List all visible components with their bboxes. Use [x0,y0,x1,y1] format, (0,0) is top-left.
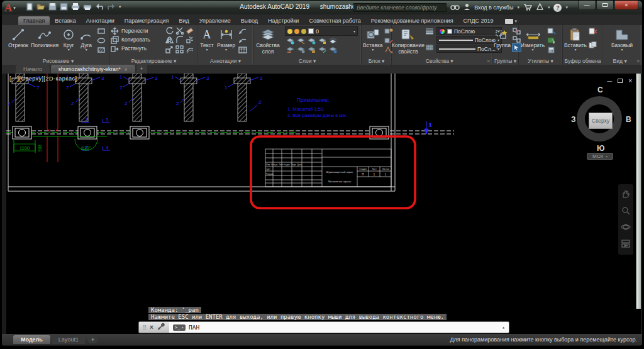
stretch-button[interactable]: Растянуть [110,44,147,53]
cad-drawing[interactable]: 3 7 2 1 3 7 2 [6,74,636,334]
tab-upravlenie[interactable]: Управление [194,16,236,25]
orbit-icon[interactable] [621,222,631,235]
model-tab[interactable]: Модель [13,335,50,344]
arc-button[interactable]: Дуга ▾ [77,26,95,52]
viewcube[interactable]: С Ю З В Сверху МСК ▾ [572,86,630,162]
viewcube-south[interactable]: Ю [597,144,604,153]
app-store-cart-icon[interactable] [523,2,532,13]
layer-tool-icon[interactable] [297,45,305,56]
command-close-icon[interactable]: × [150,324,153,331]
array-icon[interactable] [175,45,184,56]
drawing-canvas[interactable]: 3 7 2 1 3 7 2 [6,74,641,334]
minimize-button[interactable]: — [578,1,596,10]
group-button[interactable]: Группа [492,26,512,49]
doc-tab-start[interactable]: Начало [16,65,50,74]
doc-minimize-icon[interactable]: — [607,78,612,84]
command-prompt-chip[interactable]: >_ ▾ [173,324,186,331]
tab-close-icon[interactable]: × [125,67,128,72]
layout1-tab[interactable]: Layout1 [52,335,85,344]
plot-style-icon[interactable] [425,43,434,52]
doc-restore-icon[interactable] [618,79,623,83]
panel-label-properties[interactable]: Свойства ▾ » [392,58,492,64]
dimension-button[interactable]: Размер ▾ [216,26,236,52]
tab-glavnaya[interactable]: Главная [18,16,50,25]
viewport-controls[interactable]: [—][Сверху][2D-каркас] [9,75,77,82]
tab-vyvod[interactable]: Вывод [236,16,263,25]
viewcube-north[interactable]: С [597,86,603,94]
tab-vstavka[interactable]: Вставка [50,16,80,25]
id-point-icon[interactable] [547,27,556,35]
tab-rekomendovannye[interactable]: Рекомендованные приложения [366,16,458,25]
lineweight-icon[interactable] [425,27,434,35]
viewcube-west[interactable]: З [571,115,576,124]
polyline-button[interactable]: Полилиния [30,26,60,49]
command-bar-grip[interactable]: ⣿ × [139,322,169,333]
pan-hand-icon[interactable] [621,189,631,201]
cut-icon[interactable] [588,27,597,35]
move-button[interactable]: Перенести [110,26,148,35]
copy-clip-icon[interactable] [588,41,597,49]
tab-vid[interactable]: Вид [174,16,194,25]
layer-tool-icon[interactable] [329,45,337,56]
binoculars-search-icon[interactable] [450,2,460,13]
command-input[interactable]: >_ ▾ ПАН ▴ [169,322,509,333]
match-properties-button[interactable]: Копирование свойств [392,26,425,55]
panel-label-view[interactable]: Вид ▾ » [603,58,641,64]
tab-spds-2019[interactable]: СПДС 2019 [458,16,499,25]
panel-label-annotate[interactable]: Аннотации ▾ [198,58,253,64]
layer-tool-icon[interactable] [308,45,316,56]
base-view-button[interactable]: Базовый ▾ [610,26,634,52]
panel-label-draw[interactable]: Рисование ▾ [7,58,109,64]
new-drawing-tab-button[interactable]: + [136,65,147,74]
exchange-apps-icon[interactable] [536,2,544,13]
viewcube-east[interactable]: В [626,115,631,124]
search-expand-icon[interactable]: ▶ [347,5,350,10]
tab-parametrizaciya[interactable]: Параметризация [119,16,174,25]
measure-button[interactable]: Измерить ▾ [519,26,547,52]
panel-label-groups[interactable]: Группы ▾ [492,58,518,64]
viewcube-top-face[interactable]: Сверху [589,113,613,129]
help-caret-icon[interactable]: ▾ [565,5,568,10]
keyword-search-input[interactable] [353,3,447,12]
paste-button[interactable]: Вставить ▾ [563,26,588,52]
doc-tab-drawing[interactable]: shumozashchitnyiy-ekran* × [51,65,135,74]
table-icon[interactable] [238,46,247,54]
line-button[interactable]: Отрезок [7,26,30,49]
layer-tool-icon[interactable] [318,45,326,56]
new-layout-button[interactable]: + [87,336,98,343]
copy-button[interactable]: Копировать [110,35,150,44]
insert-block-button[interactable]: Вставка ▾ [362,26,384,52]
panel-label-edit[interactable]: Редактирование ▾ [110,58,197,64]
layer-dropdown[interactable]: 0 ▾ [285,26,358,36]
multileader-icon[interactable] [238,36,247,45]
calculator-icon[interactable] [547,46,556,54]
circle-button[interactable]: Круг ▾ [60,26,77,52]
layer-tool-icon[interactable] [286,45,294,56]
text-button[interactable]: A Текст ▾ [198,26,216,52]
wrench-icon[interactable] [157,322,165,333]
help-button[interactable]: ? [553,4,562,12]
close-button[interactable]: × [614,1,638,10]
doc-close-icon[interactable]: × [628,77,632,84]
tab-sovmestnaya-rabota[interactable]: Совместная работа [304,16,365,25]
scale-icon[interactable] [165,45,174,56]
tab-nadstroyki[interactable]: Надстройки [263,16,304,25]
panel-label-utilities[interactable]: Утилиты ▾ [519,58,562,64]
vertical-scrollbar[interactable] [636,74,641,309]
maximize-button[interactable] [596,1,614,10]
sign-in-button[interactable]: Вход в службы [474,4,513,11]
hatch-tool-icon[interactable] [96,46,106,54]
showmotion-icon[interactable] [621,239,631,250]
panel-label-clipboard[interactable]: Буфер обмена [563,58,602,64]
ellipse-tool-icon[interactable] [96,36,106,45]
leader-icon[interactable] [238,27,247,35]
tab-annotacii[interactable]: Аннотации [81,16,119,25]
panel-label-block[interactable]: Блок ▾ [362,58,391,64]
panel-label-layers[interactable]: Слои ▾ [253,58,361,64]
rectangle-tool-icon[interactable] [96,27,106,35]
ribbon-display-toggle[interactable]: ▾ [505,19,518,25]
sign-in-caret-icon[interactable]: ▾ [517,5,519,10]
exchange-caret-icon[interactable]: ▾ [548,5,550,10]
command-history-up-icon[interactable]: ▴ [502,324,505,330]
zoom-icon[interactable] [621,206,631,218]
